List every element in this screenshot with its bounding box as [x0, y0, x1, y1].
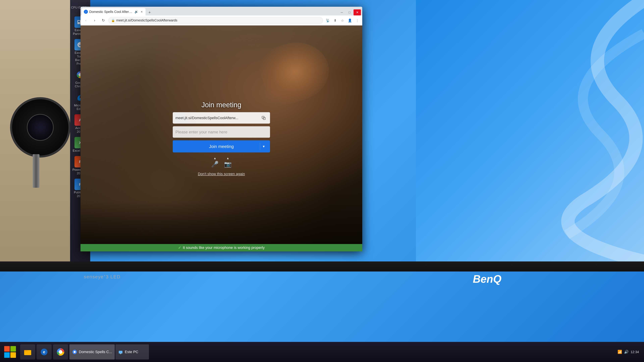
close-button[interactable]: ✕ — [354, 9, 361, 15]
notification-check-icon: ✓ — [178, 246, 181, 250]
svg-text:e: e — [43, 350, 45, 354]
volume-icon: 🔊 — [624, 350, 628, 354]
benq-label: BenQ — [473, 273, 502, 285]
svg-rect-15 — [24, 350, 28, 352]
taskbar-apps: e — [20, 345, 68, 360]
svg-rect-24 — [120, 354, 121, 354]
download-button[interactable]: ⬇ — [332, 17, 338, 24]
bg-bottom — [80, 201, 362, 251]
forward-button[interactable]: › — [91, 17, 98, 24]
svg-rect-1 — [78, 21, 80, 22]
window-controls: ─ □ ✕ — [338, 9, 361, 15]
meeting-url-bar: meet.jit.si/DomesticSpellsCoolAfterw... — [173, 112, 270, 124]
profile-button[interactable]: 👤 — [346, 17, 353, 24]
name-input[interactable]: Please enter your name here — [173, 126, 270, 138]
cam-top: ▲ — [226, 157, 230, 160]
mic-top: ▲ — [214, 157, 216, 160]
name-placeholder: Please enter your name here — [176, 130, 228, 134]
svg-text:J: J — [86, 11, 86, 13]
este-pc-label: Este PC — [125, 350, 138, 354]
join-button-arrow[interactable]: ▾ — [260, 143, 267, 150]
address-actions: 📡 ⬇ ☆ 👤 ⋮ — [324, 17, 360, 24]
taskbar: e Domest — [0, 342, 644, 362]
network-icon: 📶 — [618, 350, 622, 354]
browser-content: Join meeting meet.jit.si/DomesticSpellsC… — [80, 25, 362, 251]
join-button-label: Join meeting — [209, 144, 234, 149]
svg-point-20 — [59, 351, 62, 353]
join-meeting-button[interactable]: Join meeting ▾ — [173, 140, 270, 152]
camera-icon: 📷 — [224, 161, 232, 168]
clock: 12:34 — [630, 350, 639, 354]
copy-url-button[interactable] — [260, 114, 267, 122]
desktop: CPU·ID CPU· EaseUS Partition ... EaseUS … — [0, 0, 644, 362]
browser-window: J Domestic Spells Cool Afterw... 🔊 ✕ + ─… — [80, 7, 362, 251]
bookmark-button[interactable]: ☆ — [339, 17, 346, 24]
new-tab-button[interactable]: + — [146, 9, 153, 15]
taskbar-chrome[interactable] — [53, 345, 68, 360]
system-tray: 📶 🔊 12:34 — [618, 350, 642, 354]
microphone-icon: 🎤 — [211, 161, 219, 168]
monitor-bottom-bezel — [0, 261, 644, 272]
windows-logo — [4, 346, 16, 358]
meeting-url-text: meet.jit.si/DomesticSpellsCoolAfterw... — [176, 116, 258, 120]
dont-show-link[interactable]: Don't show this screen again — [198, 172, 245, 176]
mic-arrow: ▲ — [214, 157, 216, 160]
notification-text: It sounds like your microphone is workin… — [183, 246, 265, 250]
join-meeting-panel: Join meeting meet.jit.si/DomesticSpellsC… — [173, 101, 270, 176]
tab-title: Domestic Spells Cool Afterw... — [89, 10, 133, 14]
webcam-inner — [27, 114, 54, 141]
lock-icon: 🔒 — [111, 18, 115, 22]
url-text: meet.jit.si/DomesticSpellsCoolAfterwards — [116, 18, 178, 22]
cam-arrow: ▲ — [226, 157, 230, 160]
taskbar-chrome-window[interactable]: Domestic Spells C... — [70, 345, 115, 360]
senseye-label: senseye+3 LED — [84, 274, 120, 280]
minimize-button[interactable]: ─ — [338, 9, 346, 15]
taskbar-file-explorer[interactable] — [20, 345, 35, 360]
taskbar-windows: Domestic Spells C... Este PC — [70, 345, 149, 360]
chrome-window-label: Domestic Spells C... — [79, 350, 112, 354]
microphone-control[interactable]: ▲ 🎤 — [211, 157, 219, 168]
restore-button[interactable]: □ — [346, 9, 353, 15]
tabs-bar: J Domestic Spells Cool Afterw... 🔊 ✕ + ─… — [80, 7, 362, 15]
notification-bar: ✓ It sounds like your microphone is work… — [80, 244, 362, 251]
media-controls: ▲ 🎤 ▲ 📷 — [211, 157, 232, 168]
active-tab[interactable]: J Domestic Spells Cool Afterw... 🔊 ✕ — [82, 8, 146, 15]
tab-close-button[interactable]: ✕ — [140, 10, 144, 14]
webcam — [10, 97, 70, 158]
right-screen — [416, 0, 644, 261]
taskbar-ie[interactable]: e — [36, 345, 52, 360]
address-bar: ‹ › ↻ 🔒 meet.jit.si/DomesticSpellsCoolAf… — [80, 15, 362, 25]
start-button[interactable] — [2, 344, 18, 360]
reload-button[interactable]: ↻ — [100, 17, 107, 24]
back-button[interactable]: ‹ — [82, 17, 90, 24]
join-meeting-title: Join meeting — [202, 101, 241, 109]
webcam-neck — [33, 154, 40, 188]
taskbar-este-pc[interactable]: Este PC — [116, 345, 149, 360]
cast-button[interactable]: 📡 — [324, 17, 331, 24]
address-input[interactable]: 🔒 meet.jit.si/DomesticSpellsCoolAfterwar… — [108, 17, 323, 24]
tab-speaker-icon: 🔊 — [134, 10, 138, 13]
menu-button[interactable]: ⋮ — [354, 17, 360, 24]
camera-control[interactable]: ▲ 📷 — [224, 157, 232, 168]
tab-favicon: J — [84, 10, 88, 14]
svg-point-22 — [74, 351, 76, 353]
svg-rect-23 — [119, 351, 122, 354]
